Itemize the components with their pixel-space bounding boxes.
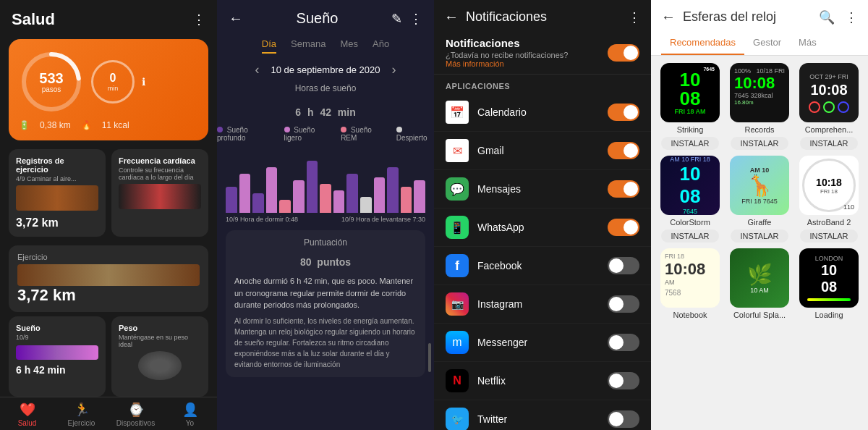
sleep-tab-semana[interactable]: Semana	[291, 38, 326, 54]
watch-face-loading-preview[interactable]: LONDON 1008	[799, 248, 859, 308]
instagram-toggle[interactable]	[608, 295, 639, 313]
sleep-tab-bar: Día Semana Mes Año	[217, 33, 434, 59]
app-row-whatsapp: 📱 WhatsApp	[434, 208, 651, 247]
notifications-main-toggle[interactable]	[608, 44, 639, 62]
watch-face-colorstorm-preview[interactable]: AM 10 FRI 18 1008 7645	[660, 156, 720, 215]
sleep-card[interactable]: Sueño 10/9 6 h 42 min	[9, 316, 106, 397]
twitter-toggle[interactable]	[608, 410, 639, 428]
watch-face-records-preview[interactable]: 100% 10/18 FRI 10:08 7645 328kcal 16.80m	[730, 63, 789, 122]
astro-date: FRI 18	[816, 188, 842, 195]
cs-time: 1008	[680, 163, 701, 208]
date-next-button[interactable]: ›	[392, 62, 396, 77]
giraffe-install-button[interactable]: INSTALAR	[731, 229, 789, 243]
sleep-card-date: 10/9	[16, 334, 98, 341]
records-time: 10:08	[734, 75, 785, 92]
sueno-menu-button[interactable]: ⋮	[409, 11, 422, 27]
exercise-big-chart	[17, 264, 200, 286]
colorstorm-install-button[interactable]: INSTALAR	[661, 229, 720, 243]
calendario-toggle[interactable]	[608, 104, 639, 121]
sueno-back-button[interactable]: ←	[229, 10, 243, 27]
watch-face-notebook-preview[interactable]: FRI 18 10:08 AM 7568	[660, 248, 720, 308]
heartrate-sub: Controle su frecuencia cardíaca a lo lar…	[119, 166, 201, 181]
messenger-toggle[interactable]	[608, 334, 639, 351]
watch-face-records: 100% 10/18 FRI 10:08 7645 328kcal 16.80m…	[728, 63, 791, 150]
nav-salud-label: Salud	[18, 419, 37, 427]
score-display: 80 puntos	[234, 248, 417, 271]
esferas-menu-button[interactable]: ⋮	[845, 9, 858, 25]
comp-time: 10:08	[809, 82, 849, 98]
watch-face-astro-preview[interactable]: 10:18 FRI 18 110	[799, 156, 859, 215]
gmail-toggle[interactable]	[608, 142, 639, 159]
watch-face-striking-preview[interactable]: 1008 FRI 18 AM 7645	[660, 63, 720, 122]
exercise-card[interactable]: Registros de ejercicio 4/9 Caminar al ai…	[9, 149, 106, 237]
ring-1	[809, 101, 820, 113]
netflix-toggle[interactable]	[608, 372, 639, 389]
nav-yo[interactable]: 👤 Yo	[163, 402, 217, 427]
notif-more-info-link[interactable]: Más información	[446, 59, 568, 68]
tab-mas[interactable]: Más	[790, 31, 825, 55]
astro-install-button[interactable]: INSTALAR	[800, 229, 859, 243]
comp-install-button[interactable]: INSTALAR	[800, 137, 859, 150]
esferas-header: ← Esferas del reloj 🔍 ⋮	[651, 0, 868, 31]
sleep-tab-mes[interactable]: Mes	[340, 38, 358, 54]
nav-dispositivos[interactable]: ⌚ Dispositivos	[109, 402, 163, 427]
nav-salud[interactable]: ❤️ Salud	[0, 402, 54, 427]
tab-gestor[interactable]: Gestor	[744, 31, 790, 55]
sleep-start-label: 10/9 Hora de dormir 0:48	[226, 216, 298, 223]
sleep-tab-dia[interactable]: Día	[262, 38, 276, 54]
sleep-tab-ano[interactable]: Año	[373, 38, 389, 54]
notif-back-button[interactable]: ←	[444, 9, 459, 25]
toggle-knob	[609, 258, 624, 273]
score-label: Puntuación	[234, 237, 417, 248]
toggle-knob	[609, 412, 624, 426]
whatsapp-toggle[interactable]	[608, 219, 639, 236]
apps-section-header: APLICACIONES	[434, 75, 651, 93]
notif-menu-button[interactable]: ⋮	[628, 9, 641, 25]
splash-label: 10 AM	[750, 287, 769, 294]
striking-install-button[interactable]: INSTALAR	[661, 137, 720, 150]
giraffe-top: AM 10	[750, 166, 770, 174]
heartrate-title: Frecuencia cardíaca	[119, 156, 201, 165]
watch-face-colorstorm: AM 10 FRI 18 1008 7645 ColorStorm INSTAL…	[658, 156, 722, 243]
exercise-big-card[interactable]: Ejercicio 3,72 km	[9, 245, 208, 312]
records-install-button[interactable]: INSTALAR	[731, 137, 789, 150]
astro-steps: 110	[843, 203, 854, 211]
tab-recomendadas[interactable]: Recomendadas	[661, 31, 744, 55]
heartrate-card[interactable]: Frecuencia cardíaca Controle su frecuenc…	[111, 149, 208, 237]
nav-yo-label: Yo	[186, 419, 194, 427]
exercise-big-label: Ejercicio	[17, 253, 200, 261]
striking-name: Striking	[677, 125, 704, 134]
flame-icon: 🔥	[81, 120, 92, 130]
health-summary-card[interactable]: 533 pasos 0 min ℹ 🔋 0,38 km 🔥 11 kcal	[9, 39, 208, 140]
app-row-facebook: f Facebook	[434, 247, 651, 285]
facebook-toggle[interactable]	[608, 257, 639, 274]
nav-ejercicio[interactable]: 🏃 Ejercicio	[54, 402, 109, 427]
comp-name: Comprehen...	[805, 125, 854, 134]
sleep-h-value: 6	[295, 106, 301, 118]
salud-menu-button[interactable]: ⋮	[192, 12, 205, 28]
esferas-back-button[interactable]: ←	[661, 9, 676, 25]
mensajes-toggle[interactable]	[608, 180, 639, 198]
app-row-messenger: m Messenger	[434, 324, 651, 362]
weight-card-title: Peso	[119, 324, 201, 332]
sleep-bar-3	[266, 167, 278, 213]
nb-time: 10:08	[665, 260, 715, 279]
astro-time: 10:18	[816, 177, 842, 188]
watch-face-splash-preview[interactable]: 🌿 10 AM	[730, 248, 789, 308]
date-prev-button[interactable]: ‹	[255, 62, 259, 77]
splash-name: Colorful Spla...	[733, 311, 786, 319]
bottom-navigation: ❤️ Salud 🏃 Ejercicio ⌚ Dispositivos 👤 Yo	[0, 397, 217, 430]
sleep-bar-11	[374, 177, 386, 214]
watch-face-giraffe-preview[interactable]: AM 10 🦒 FRI 18 7645	[730, 156, 789, 215]
esferas-search-button[interactable]: 🔍	[819, 9, 835, 25]
info-icon[interactable]: ℹ	[142, 76, 145, 88]
sueno-edit-icon[interactable]: ✎	[391, 11, 402, 27]
watch-face-comp-preview[interactable]: OCT 29+ FRI 10:08	[799, 63, 859, 122]
heartrate-chart	[119, 184, 201, 209]
loading-name: Loading	[814, 311, 843, 319]
weight-card[interactable]: Peso Manténgase en su peso ideal	[111, 316, 208, 397]
date-navigator: ‹ 10 de septiembre de 2020 ›	[217, 59, 434, 80]
legend-ligero-dot	[284, 127, 290, 132]
app-name-calendario: Calendario	[477, 106, 608, 118]
sleep-chart	[226, 148, 425, 213]
